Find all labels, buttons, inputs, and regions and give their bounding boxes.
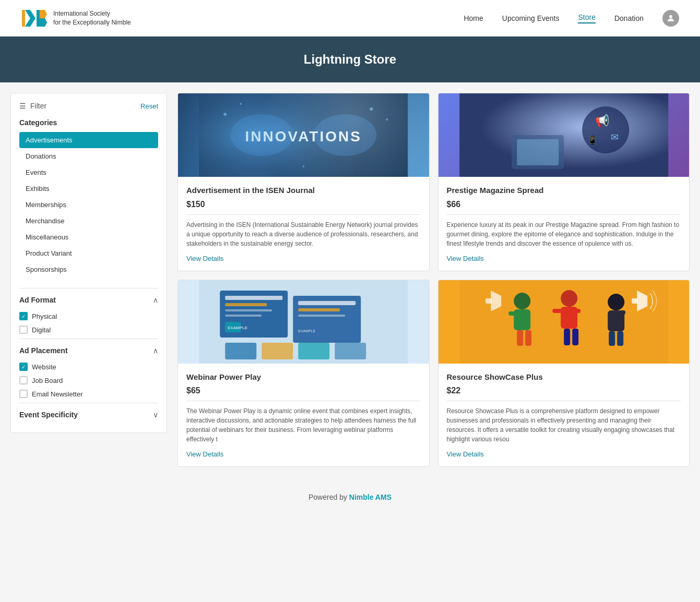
ad-placement-chevron: ∧ [153,346,158,355]
svg-point-13 [240,103,242,105]
product-card-3: EXAMPLE EXAMPLE Webinar Power Play [177,280,430,467]
ad-format-section: Ad Format ∧ Physical Digital [19,288,158,336]
filter-label: Filter [30,102,46,110]
svg-rect-8 [199,93,408,177]
product-desc-2: Experience luxury at its peak in our Pre… [447,220,681,248]
svg-rect-56 [609,331,615,346]
product-name-3: Webinar Power Play [186,372,421,382]
nav-store[interactable]: Store [578,13,595,23]
ad-placement-jobboard[interactable]: Job Board [19,374,158,387]
svg-point-42 [514,293,530,309]
reset-button[interactable]: Reset [140,102,158,110]
ad-placement-email[interactable]: Email Newsletter [19,387,158,401]
digital-label: Digital [32,326,51,334]
nav-upcoming-events[interactable]: Upcoming Events [502,14,560,22]
svg-point-47 [561,290,577,307]
isen-logo-icon [21,5,48,32]
ad-format-digital[interactable]: Digital [19,323,158,336]
product-desc-1: Advertising in the ISEN (International S… [186,220,421,248]
svg-rect-55 [616,310,625,315]
ad-format-header[interactable]: Ad Format ∧ [19,296,158,304]
ad-format-title: Ad Format [19,296,56,304]
filter-header: ☰ Filter Reset [19,102,158,110]
product-card-4: Resource ShowCase Plus $22 Resource Show… [438,280,690,467]
logo-area: International Society for the Exceptiona… [21,5,131,32]
svg-rect-34 [298,308,340,311]
product-body-2: Prestige Magazine Spread $66 Experience … [438,177,690,271]
digital-checkbox[interactable] [19,326,28,334]
event-specificity-chevron: ∨ [153,411,158,419]
page-banner: Lightning Store [0,37,700,82]
category-list: Advertisements Donations Events Exhibits… [19,132,158,278]
ad-format-chevron: ∧ [153,296,158,304]
jobboard-checkbox[interactable] [19,376,28,384]
svg-rect-49 [552,309,562,313]
view-details-4[interactable]: View Details [447,450,681,458]
svg-text:📱: 📱 [587,135,598,145]
svg-rect-59 [632,298,638,304]
ad-placement-title: Ad Placement [19,346,68,355]
nav-home[interactable]: Home [464,14,483,22]
footer-prefix: Powered by [309,493,349,501]
category-donations[interactable]: Donations [19,148,158,164]
email-checkbox[interactable] [19,390,28,398]
product-divider-2 [447,214,681,215]
svg-rect-52 [572,329,578,345]
physical-checkbox[interactable] [19,312,28,320]
svg-text:EXAMPLE: EXAMPLE [228,326,247,330]
ad-placement-website[interactable]: Website [19,360,158,374]
product-divider-4 [447,401,681,401]
svg-rect-38 [262,343,293,359]
category-memberships[interactable]: Memberships [19,197,158,213]
category-product-variant[interactable]: Product Variant [19,245,158,261]
svg-rect-26 [225,296,282,300]
products-grid: INNOVATIONS Advertisement in the ISEN Jo… [177,93,690,467]
nav-donation[interactable]: Donation [614,14,644,22]
product-name-2: Prestige Magazine Spread [447,185,681,196]
svg-point-15 [386,118,388,121]
svg-rect-33 [298,301,355,305]
view-details-2[interactable]: View Details [447,255,681,262]
user-avatar[interactable] [662,10,679,27]
view-details-1[interactable]: View Details [186,255,421,262]
product-price-4: $22 [447,386,681,395]
svg-point-10 [314,114,376,156]
category-miscellaneous[interactable]: Miscellaneous [19,229,158,245]
event-specificity-section: Event Specificity ∨ [19,403,158,419]
svg-text:INNOVATIONS: INNOVATIONS [245,128,362,145]
svg-rect-45 [517,330,523,346]
category-exhibits[interactable]: Exhibits [19,180,158,197]
product-card-2: 📢 ✉ 📱 Prestige Magazine Spread $66 Exper… [438,93,690,271]
product-price-1: $150 [186,200,421,209]
svg-rect-23 [517,139,559,165]
product-desc-4: Resource Showcase Plus is a comprehensiv… [447,406,681,444]
product-divider-1 [186,214,421,215]
svg-rect-44 [508,311,517,316]
svg-rect-39 [298,343,329,359]
ad-placement-header[interactable]: Ad Placement ∧ [19,346,158,355]
svg-rect-46 [525,330,531,346]
product-image-4 [438,280,690,364]
header: International Society for the Exceptiona… [0,0,700,37]
svg-rect-57 [617,331,623,346]
product-card-1: INNOVATIONS Advertisement in the ISEN Jo… [177,93,430,271]
ad-format-physical[interactable]: Physical [19,309,158,323]
product-image-2: 📢 ✉ 📱 [438,93,690,177]
svg-rect-3 [37,10,40,27]
category-sponsorships[interactable]: Sponsorships [19,261,158,278]
website-checkbox[interactable] [19,363,28,371]
banner-title: Lightning Store [304,52,396,66]
svg-text:✉: ✉ [611,132,619,142]
event-specificity-title: Event Specificity [19,411,78,419]
filter-title: ☰ Filter [19,102,46,110]
category-advertisements[interactable]: Advertisements [19,132,158,148]
svg-point-18 [582,106,629,153]
website-label: Website [32,363,56,371]
category-merchandise[interactable]: Merchandise [19,213,158,229]
category-events[interactable]: Events [19,164,158,180]
view-details-3[interactable]: View Details [186,450,421,458]
svg-point-16 [302,165,304,167]
product-divider-3 [186,401,421,401]
event-specificity-header[interactable]: Event Specificity ∨ [19,411,158,419]
physical-label: Physical [32,312,57,320]
